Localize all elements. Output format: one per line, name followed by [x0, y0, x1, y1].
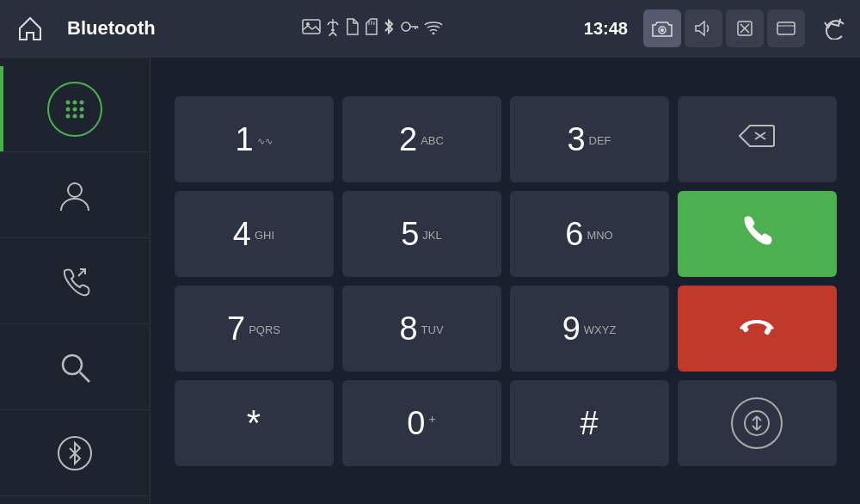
file-icon [345, 18, 359, 40]
call-icon [738, 211, 776, 256]
sidebar-item-search[interactable] [0, 324, 150, 410]
dial-button-star[interactable]: * [175, 380, 334, 466]
dialpad-icon [47, 82, 102, 137]
dial-button-8[interactable]: 8 TUV [342, 286, 501, 372]
svg-point-17 [66, 107, 71, 111]
svg-point-24 [63, 355, 82, 374]
dial-button-call[interactable] [678, 191, 837, 277]
svg-point-6 [433, 32, 435, 34]
top-bar: Bluetooth [0, 0, 860, 58]
svg-point-19 [80, 107, 84, 111]
svg-point-23 [68, 183, 82, 197]
close-button[interactable] [726, 9, 764, 47]
top-bar-right-buttons [643, 9, 851, 47]
svg-point-8 [660, 28, 664, 32]
svg-point-15 [73, 100, 77, 104]
dial-button-2[interactable]: 2 ABC [342, 96, 501, 182]
dial-button-9[interactable]: 9 WXYZ [510, 286, 669, 372]
recent-calls-icon [56, 262, 94, 300]
backspace-icon [738, 122, 776, 156]
dial-button-end[interactable] [678, 286, 837, 372]
sidebar [0, 58, 150, 504]
bluetooth-status-icon [383, 17, 395, 40]
usb-icon [326, 17, 340, 40]
svg-point-5 [402, 22, 410, 31]
camera-button[interactable] [643, 9, 681, 47]
sidebar-item-recent[interactable] [0, 238, 150, 324]
contacts-icon [56, 176, 94, 214]
dialpad-grid: 1 ∿∿ 2 ABC 3 DEF [175, 96, 837, 466]
main-area: 1 ∿∿ 2 ABC 3 DEF [0, 58, 860, 504]
wifi-icon [424, 19, 443, 39]
dial-button-6[interactable]: 6 MNO [510, 191, 669, 277]
svg-rect-0 [303, 20, 320, 34]
svg-point-22 [80, 114, 84, 118]
dial-button-0[interactable]: 0 + [342, 380, 501, 466]
window-button[interactable] [767, 9, 805, 47]
sdcard-icon [364, 18, 378, 40]
svg-point-21 [73, 114, 77, 118]
svg-rect-12 [777, 22, 795, 34]
dial-button-1[interactable]: 1 ∿∿ [175, 96, 334, 182]
back-button[interactable] [814, 9, 851, 47]
search-icon [57, 349, 93, 385]
bluetooth-settings-icon [57, 435, 93, 471]
dial-button-hash[interactable]: # [510, 380, 669, 466]
dialpad-area: 1 ∿∿ 2 ABC 3 DEF [150, 58, 860, 504]
dial-button-backspace[interactable] [678, 96, 837, 182]
dial-button-5[interactable]: 5 JKL [342, 191, 501, 277]
sidebar-item-contacts[interactable] [0, 152, 150, 238]
home-button[interactable] [9, 7, 52, 50]
svg-point-14 [66, 100, 71, 104]
dial-button-7[interactable]: 7 PQRS [175, 286, 334, 372]
dial-button-4[interactable]: 4 GHI [175, 191, 334, 277]
svg-point-16 [80, 100, 84, 104]
svg-point-20 [66, 114, 71, 118]
image-icon [302, 19, 321, 39]
sidebar-item-dialpad[interactable] [0, 66, 150, 152]
dial-button-3[interactable]: 3 DEF [510, 96, 669, 182]
clock: 13:48 [584, 19, 628, 39]
transfer-icon [731, 397, 783, 449]
page-title: Bluetooth [67, 17, 170, 40]
volume-button[interactable] [685, 9, 722, 47]
svg-point-18 [73, 107, 77, 111]
end-call-icon [736, 310, 777, 347]
dial-button-transfer[interactable] [678, 380, 837, 466]
key-icon [400, 20, 419, 38]
status-icons [177, 17, 568, 40]
svg-line-25 [80, 372, 89, 382]
sidebar-item-bluetooth[interactable] [0, 410, 150, 496]
